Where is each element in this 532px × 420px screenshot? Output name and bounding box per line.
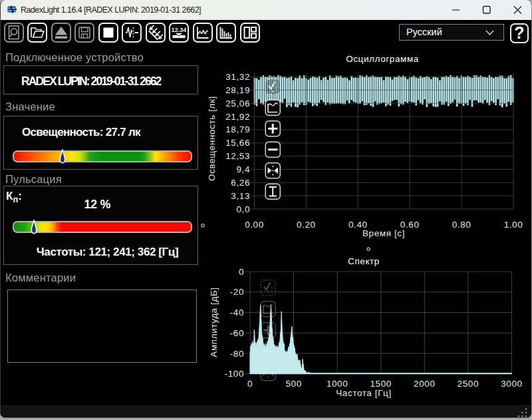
svg-text:-100: -100: [225, 369, 244, 379]
svg-text:1.00: 1.00: [504, 220, 523, 230]
svg-text:0.80: 0.80: [452, 220, 471, 230]
svg-text:12,53: 12,53: [225, 151, 250, 161]
svg-text:Освещенность [лк]: Освещенность [лк]: [207, 96, 217, 181]
svg-text:Амплитуда [дБ]: Амплитуда [дБ]: [209, 287, 219, 357]
svg-text:500: 500: [285, 379, 301, 389]
svg-text:1500: 1500: [370, 379, 391, 389]
svg-text:28,19: 28,19: [225, 85, 250, 95]
svg-text:-40: -40: [230, 308, 244, 317]
svg-text:18,79: 18,79: [225, 124, 250, 134]
svg-text:9,4: 9,4: [236, 164, 250, 174]
svg-text:Спектр: Спектр: [348, 256, 380, 266]
svg-text:3,13: 3,13: [231, 191, 250, 201]
svg-text:21,92: 21,92: [225, 112, 250, 122]
svg-text:25,06: 25,06: [225, 99, 250, 108]
svg-text:Частота [Гц]: Частота [Гц]: [336, 388, 392, 398]
svg-text:0: 0: [239, 267, 244, 277]
svg-text:15,66: 15,66: [225, 138, 250, 148]
svg-text:Время [с]: Время [с]: [362, 228, 405, 238]
svg-text:31,32: 31,32: [225, 72, 250, 82]
svg-text:2500: 2500: [458, 379, 479, 389]
svg-text:1000: 1000: [327, 379, 348, 389]
svg-text:-80: -80: [230, 349, 244, 359]
svg-text:0.00: 0.00: [245, 220, 264, 230]
svg-text:2000: 2000: [414, 379, 435, 389]
svg-text:0: 0: [247, 379, 253, 389]
svg-text:Осциллограмма: Осциллограмма: [346, 54, 419, 64]
svg-text:6,26: 6,26: [231, 178, 250, 188]
svg-text:0,0: 0,0: [236, 204, 250, 214]
svg-text:-20: -20: [230, 287, 244, 297]
svg-text:0.20: 0.20: [297, 220, 316, 230]
svg-text:3000: 3000: [501, 379, 522, 389]
svg-text:-60: -60: [230, 328, 244, 338]
